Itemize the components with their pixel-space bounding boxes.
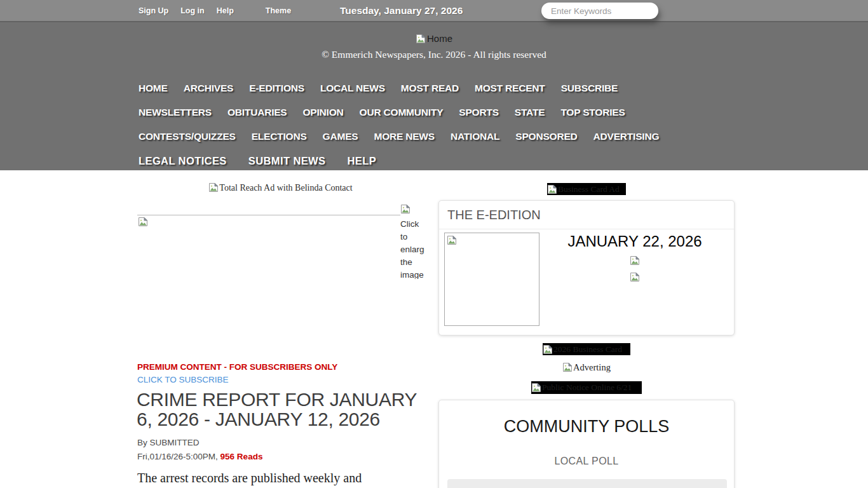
main-nav: HOME ARCHIVES E-EDITIONS LOCAL NEWS MOST… <box>139 76 675 173</box>
site-header: Home © Emmerich Newspapers, Inc. 2026 - … <box>0 21 868 170</box>
broken-image-icon <box>531 383 541 393</box>
broken-image-icon <box>447 235 457 245</box>
article-main-image[interactable] <box>137 215 424 356</box>
nav-row-4: LEGAL NOTICES SUBMIT NEWS HELP <box>139 149 675 173</box>
total-reach-ad[interactable]: Total Reach Ad with Belinda Contact <box>137 182 424 193</box>
adverting-ad[interactable]: Adverting <box>438 362 735 373</box>
nav-item-games[interactable]: GAMES <box>323 131 358 142</box>
broken-image-icon <box>208 182 219 193</box>
nav-item-subscribe[interactable]: SUBSCRIBE <box>561 83 618 94</box>
nav-item-elections[interactable]: ELECTIONS <box>252 131 307 142</box>
nav-item-sponsored[interactable]: SPONSORED <box>515 131 577 142</box>
theme-link[interactable]: Theme <box>266 6 291 15</box>
help-link[interactable]: Help <box>217 6 234 15</box>
premium-content-notice: PREMIUM CONTENT - FOR SUBSCRIBERS ONLY <box>137 362 337 372</box>
nav-row-1: HOME ARCHIVES E-EDITIONS LOCAL NEWS MOST… <box>139 76 675 100</box>
nav-item-obituaries[interactable]: OBITUARIES <box>227 107 287 118</box>
nav-item-national[interactable]: NATIONAL <box>451 131 499 142</box>
sign-up-link[interactable]: Sign Up <box>139 6 168 15</box>
business-card-2026-alt-text: 2026 Business Card <box>553 344 622 355</box>
nav-item-local-news[interactable]: LOCAL NEWS <box>320 83 385 94</box>
e-edition-issue: JANUARY 22, 2026 <box>539 233 730 288</box>
nav-item-advertising[interactable]: ADVERTISING <box>593 131 660 142</box>
business-card-2026-ad[interactable]: 2026 Business Card <box>543 343 630 355</box>
business-card-ad-alt-text: Business Card Ad <box>558 184 620 194</box>
adverting-alt-text: Adverting <box>573 362 611 372</box>
copyright-text: © Emmerich Newspapers, Inc. 2026 - All r… <box>0 49 868 60</box>
poll-option-bar[interactable] <box>447 479 727 488</box>
nav-item-sports[interactable]: SPORTS <box>459 107 499 118</box>
e-edition-thumbnail[interactable] <box>444 233 539 326</box>
e-edition-body: JANUARY 22, 2026 <box>439 229 734 336</box>
article-meta: Fri,01/16/26-5:00PM, 956 Reads <box>137 452 262 461</box>
public-notice-alt-text: Public Notice Online 6/21 <box>542 383 632 393</box>
e-edition-title: THE E-EDITION <box>439 201 734 229</box>
current-date: Tuesday, January 27, 2026 <box>340 0 463 21</box>
nav-item-newsletters[interactable]: NEWSLETTERS <box>139 107 212 118</box>
read-count: 956 Reads <box>220 452 263 461</box>
nav-item-most-read[interactable]: MOST READ <box>401 83 459 94</box>
home-logo-alt-text: Home <box>427 33 452 44</box>
nav-item-top-stories[interactable]: TOP STORIES <box>560 107 625 118</box>
nav-item-submit-news[interactable]: SUBMIT NEWS <box>248 155 326 167</box>
public-notice-ad[interactable]: Public Notice Online 6/21 <box>531 381 642 394</box>
nav-item-opinion[interactable]: OPINION <box>303 107 344 118</box>
account-links: Sign Up Log in Help Theme <box>139 0 303 21</box>
broken-image-icon <box>562 362 573 372</box>
e-edition-issue-date-link[interactable]: JANUARY 22, 2026 <box>539 233 730 250</box>
nav-row-3: CONTESTS/QUIZZES ELECTIONS GAMES MORE NE… <box>139 125 675 149</box>
top-utility-bar: Sign Up Log in Help Theme Tuesday, Janua… <box>0 0 868 21</box>
log-in-link[interactable]: Log in <box>180 6 205 15</box>
broken-image-icon[interactable] <box>630 272 640 282</box>
nav-item-legal-notices[interactable]: LEGAL NOTICES <box>139 155 227 167</box>
e-edition-panel: THE E-EDITION JANUARY 22, 2026 <box>438 200 735 336</box>
nav-item-archives[interactable]: ARCHIVES <box>184 83 234 94</box>
article-headline: CRIME REPORT FOR JANUARY 6, 2026 - JANUA… <box>137 390 430 429</box>
community-polls-panel: COMMUNITY POLLS LOCAL POLL <box>438 400 735 488</box>
nav-item-help[interactable]: HELP <box>347 155 376 167</box>
broken-image-icon <box>138 217 148 227</box>
broken-image-icon[interactable] <box>630 255 640 266</box>
broken-image-icon <box>543 344 553 355</box>
total-reach-ad-alt-text: Total Reach Ad with Belinda Contact <box>219 183 352 193</box>
article-timestamp: Fri,01/16/26-5:00PM, <box>137 452 218 461</box>
nav-item-home[interactable]: HOME <box>139 83 168 94</box>
nav-item-state[interactable]: STATE <box>515 107 545 118</box>
home-logo-link[interactable]: Home <box>0 33 868 44</box>
broken-image-icon <box>400 204 410 214</box>
nav-item-contests-quizzes[interactable]: CONTESTS/QUIZZES <box>139 131 236 142</box>
click-to-subscribe-link[interactable]: CLICK TO SUBSCRIBE <box>137 375 229 384</box>
nav-row-2: NEWSLETTERS OBITUARIES OPINION OUR COMMU… <box>139 100 675 125</box>
nav-item-most-recent[interactable]: MOST RECENT <box>475 83 545 94</box>
nav-item-e-editions[interactable]: E-EDITIONS <box>249 83 304 94</box>
enlarge-image-link[interactable]: Click to enlarge the image <box>400 204 424 279</box>
e-edition-icon-links <box>539 255 730 282</box>
search-input[interactable] <box>541 3 658 19</box>
article-body-text: The arrest records are published weekly … <box>137 471 430 485</box>
business-card-ad[interactable]: Business Card Ad <box>547 183 626 195</box>
enlarge-image-alt-text: Click to enlarge the image <box>400 218 424 279</box>
nav-item-our-community[interactable]: OUR COMMUNITY <box>360 107 444 118</box>
local-poll-subtitle: LOCAL POLL <box>439 456 734 467</box>
nav-item-more-news[interactable]: MORE NEWS <box>374 131 435 142</box>
article-byline: By SUBMITTED <box>137 438 200 447</box>
broken-image-icon <box>416 34 426 44</box>
broken-image-icon <box>547 184 557 194</box>
community-polls-title: COMMUNITY POLLS <box>439 417 734 437</box>
